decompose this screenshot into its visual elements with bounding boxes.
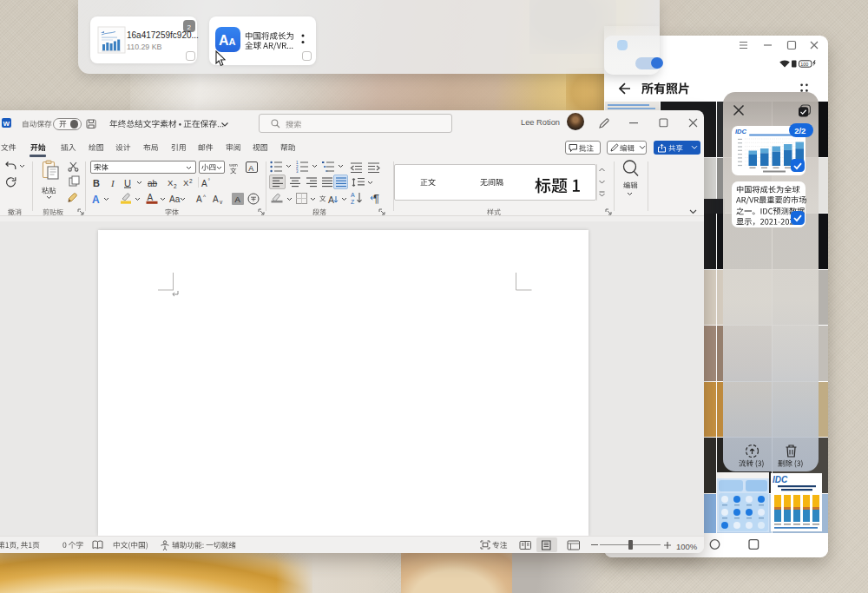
svg-text:A: A <box>328 194 334 205</box>
svg-text:A: A <box>229 36 236 47</box>
svg-text:A: A <box>248 163 253 172</box>
svg-text:A: A <box>351 192 355 198</box>
svg-text:16a417259fc920...: 16a417259fc920... <box>127 30 199 40</box>
svg-text:A: A <box>219 33 229 48</box>
svg-text:A: A <box>148 193 154 202</box>
svg-text:A: A <box>201 179 207 188</box>
svg-text:Z: Z <box>351 199 355 205</box>
svg-text:I: I <box>110 178 115 188</box>
svg-text:A: A <box>234 194 240 204</box>
svg-text:v: v <box>220 199 223 205</box>
svg-text:110.29 KB: 110.29 KB <box>127 43 162 51</box>
svg-text:2: 2 <box>189 178 193 184</box>
svg-text:2: 2 <box>174 183 177 189</box>
svg-text:Lee Rotion: Lee Rotion <box>521 118 560 127</box>
svg-text:W: W <box>3 120 10 128</box>
svg-text:IDC: IDC <box>773 475 788 484</box>
svg-text:A: A <box>92 194 100 206</box>
svg-text:Aa: Aa <box>169 194 181 204</box>
svg-text:IDC: IDC <box>735 128 747 135</box>
svg-text:X: X <box>183 178 189 188</box>
svg-text:A: A <box>213 194 219 204</box>
svg-text:A: A <box>196 194 202 204</box>
svg-text:2/2: 2/2 <box>794 126 806 135</box>
svg-text:ab: ab <box>148 179 158 188</box>
svg-text:3: 3 <box>296 169 299 174</box>
svg-text:^: ^ <box>203 194 207 200</box>
svg-text:100%: 100% <box>676 542 698 551</box>
svg-text:X: X <box>168 178 174 188</box>
svg-text:B: B <box>93 178 100 188</box>
svg-text:U: U <box>124 178 131 188</box>
svg-text:°: ° <box>208 178 211 184</box>
svg-text:100: 100 <box>800 62 808 67</box>
